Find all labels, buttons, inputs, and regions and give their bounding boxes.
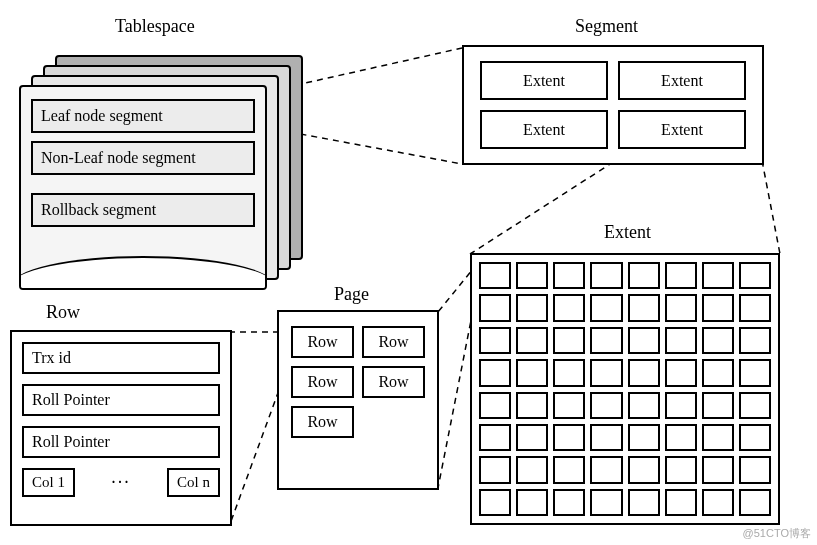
extent-page-cell	[553, 392, 585, 419]
extent-page-cell	[739, 262, 771, 289]
extent-label: Extent	[604, 222, 651, 243]
extent-page-cell	[516, 456, 548, 483]
extent-page-cell	[739, 294, 771, 321]
extent-page-cell	[628, 489, 660, 516]
page-row-cell: Row	[362, 326, 425, 358]
segment-box: Extent Extent Extent Extent	[462, 45, 764, 165]
extent-page-cell	[702, 327, 734, 354]
extent-page-cell	[553, 489, 585, 516]
extent-page-cell	[665, 262, 697, 289]
segment-extent-cell: Extent	[618, 61, 746, 100]
extent-page-cell	[479, 359, 511, 386]
extent-page-cell	[702, 392, 734, 419]
row-col-last: Col n	[167, 468, 220, 497]
extent-grid	[470, 253, 780, 525]
extent-page-cell	[702, 359, 734, 386]
tablespace-sheet-front: Leaf node segment Non-Leaf node segment …	[19, 85, 267, 290]
extent-page-cell	[665, 456, 697, 483]
extent-page-cell	[628, 294, 660, 321]
extent-page-cell	[553, 456, 585, 483]
extent-page-cell	[739, 489, 771, 516]
svg-line-3	[760, 150, 780, 254]
extent-page-cell	[590, 392, 622, 419]
extent-page-cell	[739, 424, 771, 451]
extent-page-cell	[479, 424, 511, 451]
extent-page-cell	[553, 424, 585, 451]
extent-page-cell	[665, 392, 697, 419]
extent-page-cell	[628, 262, 660, 289]
watermark: @51CTO博客	[743, 526, 811, 541]
extent-page-cell	[590, 262, 622, 289]
segment-extent-cell: Extent	[618, 110, 746, 149]
segment-extent-cell: Extent	[480, 61, 608, 100]
extent-page-cell	[590, 456, 622, 483]
row-roll-pointer: Roll Pointer	[22, 384, 220, 416]
extent-page-cell	[628, 424, 660, 451]
extent-page-cell	[516, 392, 548, 419]
extent-page-cell	[590, 327, 622, 354]
page-label: Page	[334, 284, 369, 305]
extent-page-cell	[553, 327, 585, 354]
tablespace-label: Tablespace	[115, 16, 195, 37]
extent-page-cell	[702, 489, 734, 516]
extent-page-cell	[553, 294, 585, 321]
extent-page-cell	[739, 456, 771, 483]
row-box: Trx id Roll Pointer Roll Pointer Col 1 ·…	[10, 330, 232, 526]
row-label: Row	[46, 302, 80, 323]
rollback-segment: Rollback segment	[31, 193, 255, 227]
row-columns: Col 1 ··· Col n	[22, 468, 220, 497]
extent-page-cell	[516, 294, 548, 321]
row-roll-pointer: Roll Pointer	[22, 426, 220, 458]
page-row-cell: Row	[362, 366, 425, 398]
extent-page-cell	[665, 359, 697, 386]
extent-page-cell	[702, 456, 734, 483]
extent-page-cell	[628, 392, 660, 419]
extent-page-cell	[739, 392, 771, 419]
extent-page-cell	[739, 359, 771, 386]
extent-page-cell	[665, 294, 697, 321]
extent-page-cell	[590, 359, 622, 386]
extent-page-cell	[590, 424, 622, 451]
segment-extent-cell: Extent	[480, 110, 608, 149]
extent-page-cell	[628, 359, 660, 386]
extent-page-cell	[516, 359, 548, 386]
extent-page-cell	[479, 392, 511, 419]
row-col-first: Col 1	[22, 468, 75, 497]
tablespace-stack: Leaf node segment Non-Leaf node segment …	[15, 45, 315, 265]
extent-page-cell	[479, 489, 511, 516]
extent-page-cell	[702, 424, 734, 451]
extent-page-cell	[479, 262, 511, 289]
extent-page-cell	[553, 262, 585, 289]
row-col-ellipsis: ···	[81, 472, 161, 493]
row-trx-id: Trx id	[22, 342, 220, 374]
extent-page-cell	[665, 327, 697, 354]
extent-page-cell	[479, 456, 511, 483]
extent-page-cell	[628, 327, 660, 354]
page-row-cell: Row	[291, 366, 354, 398]
extent-page-cell	[702, 262, 734, 289]
extent-page-cell	[665, 424, 697, 451]
page-row-cell: Row	[291, 326, 354, 358]
extent-page-cell	[479, 327, 511, 354]
extent-page-cell	[516, 262, 548, 289]
leaf-node-segment: Leaf node segment	[31, 99, 255, 133]
page-row-cell: Row	[291, 406, 354, 438]
extent-page-cell	[553, 359, 585, 386]
extent-page-cell	[702, 294, 734, 321]
extent-page-cell	[590, 489, 622, 516]
extent-page-cell	[516, 327, 548, 354]
extent-page-cell	[479, 294, 511, 321]
extent-page-cell	[665, 489, 697, 516]
segment-label: Segment	[575, 16, 638, 37]
page-box: Row Row Row Row Row	[277, 310, 439, 490]
extent-page-cell	[739, 327, 771, 354]
non-leaf-node-segment: Non-Leaf node segment	[31, 141, 255, 175]
extent-page-cell	[516, 424, 548, 451]
extent-page-cell	[628, 456, 660, 483]
extent-page-cell	[516, 489, 548, 516]
extent-page-cell	[590, 294, 622, 321]
